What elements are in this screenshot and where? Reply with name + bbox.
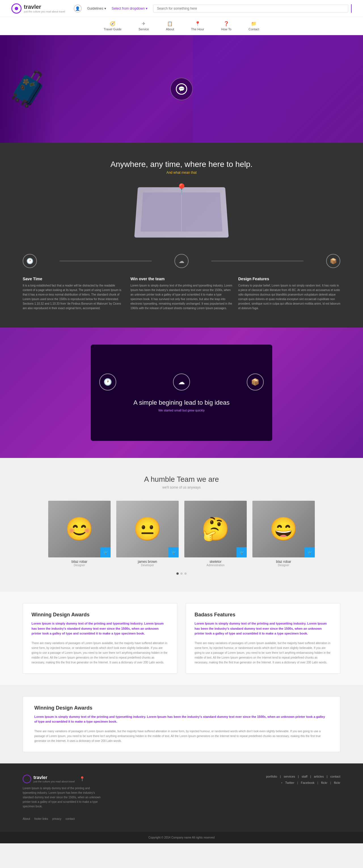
team-role-3: Administration xyxy=(184,564,247,567)
team-card-1: 😊 🐦 bilaz robar Designer xyxy=(48,501,111,567)
copyright: Copyright © 2014 Company name All rights… xyxy=(0,832,363,843)
map-content xyxy=(141,192,223,231)
facebook-link[interactable]: Facebook xyxy=(301,781,314,784)
footer-bottom-links: About footer links privacy contact xyxy=(23,817,340,820)
purple-cloud-icon: ☁ xyxy=(173,373,190,391)
feature-text-1: It is a long established fact that a rea… xyxy=(23,283,125,311)
footer-link-contact[interactable]: contact xyxy=(330,775,340,778)
twitter-btn-3[interactable]: 🐦 xyxy=(236,547,247,557)
footer-logo-sub: just the culture you read about travel xyxy=(33,780,75,783)
tagline-section: Anywhere, any time, where here to help. … xyxy=(0,143,363,328)
feature-icons-row: 🕐 ☁ 📦 xyxy=(23,254,340,268)
flickr-link-1[interactable]: flickr xyxy=(321,781,328,784)
about-icon: 📋 xyxy=(167,21,173,26)
team-heading: A humble Team we are xyxy=(23,475,340,484)
card-lead-1: Lorem Ipsum is simply dummy text of the … xyxy=(31,621,168,636)
footer-right: portfolio | services | staff | articles … xyxy=(266,775,340,784)
twitter-link[interactable]: Twitter xyxy=(285,781,294,784)
tagline-subtitle: And what mean that xyxy=(23,170,340,175)
footer-link-articles[interactable]: articles xyxy=(314,775,324,778)
logo-icon xyxy=(11,3,22,13)
team-card-4: 😄 🐦 blaz robar Designer xyxy=(252,501,315,567)
select-dropdown[interactable]: Select from dropdown ▾ xyxy=(112,6,148,10)
footer-nav-links: portfolio | services | staff | articles … xyxy=(266,775,340,778)
user-icon[interactable]: 👤 xyxy=(74,4,82,12)
feature-title-3: Design Features xyxy=(238,277,340,281)
card-title-1: Winning Design Awards xyxy=(31,612,168,618)
footer: travler just the culture you read about … xyxy=(0,764,363,832)
twitter-btn-2[interactable]: 🐦 xyxy=(168,547,179,557)
win-team-icon-circle: ☁ xyxy=(174,254,189,268)
footer-link-services[interactable]: services xyxy=(284,775,295,778)
footer-about[interactable]: About xyxy=(23,817,30,820)
cards-section: Winning Design Awards Lorem Ipsum is sim… xyxy=(0,592,363,685)
card-title-2: Badass Features xyxy=(195,612,332,618)
hero-circle: 💬 xyxy=(170,78,193,100)
purple-clock-icon: 🕐 xyxy=(99,373,116,391)
footer-description: Lorem Ipsum is simply dummy text of the … xyxy=(23,786,102,809)
how-to-icon: ❓ xyxy=(223,21,229,26)
card-body-2: There are many variations of passages of… xyxy=(195,641,332,665)
design-icon-circle: 📦 xyxy=(326,254,340,268)
team-photo-4: 😄 🐦 xyxy=(252,501,315,557)
footer-contact[interactable]: contact xyxy=(65,817,75,820)
wide-card: Winning Design Awards Lorem Ipsum is sim… xyxy=(23,696,340,752)
team-role-4: Designer xyxy=(252,564,315,567)
team-photo-2: 😐 🐦 xyxy=(116,501,179,557)
hero-left-figure: 🧳 xyxy=(0,35,57,143)
footer-links[interactable]: footer links xyxy=(34,817,48,820)
feature-title-1: Save Time xyxy=(23,277,125,281)
feature-text-2: Lorem Ipsum is simply dummy text of the … xyxy=(131,283,232,311)
card-winning: Winning Design Awards Lorem Ipsum is sim… xyxy=(23,603,177,674)
footer-link-portfolio[interactable]: portfolio xyxy=(266,775,277,778)
nav-travel-guide[interactable]: 🧭 Travel Guide xyxy=(95,19,130,33)
search-input[interactable] xyxy=(153,4,348,12)
traveler-silhouette: 🧳 xyxy=(7,69,50,109)
feature-title-2: Win over the team xyxy=(131,277,232,281)
purple-box-icon: 📦 xyxy=(247,373,264,391)
feature-design: Design Features Contrary to popular beli… xyxy=(238,277,340,311)
team-photo-3: 🤔 🐦 xyxy=(184,501,247,557)
header: travler just the culture you read about … xyxy=(0,0,363,17)
carousel-dots xyxy=(23,572,340,575)
nav-service[interactable]: ✈ Service xyxy=(130,19,158,33)
purple-icons-row: 🕐 ☁ 📦 xyxy=(99,373,264,391)
logo-sub: just the culture you read about travel xyxy=(24,10,65,13)
twitter-btn-4[interactable]: 🐦 xyxy=(305,547,315,557)
team-grid: 😊 🐦 bilaz robar Designer 😐 🐦 james brown… xyxy=(23,501,340,567)
team-name-4: blaz robar xyxy=(252,560,315,564)
dot-2[interactable] xyxy=(180,572,183,575)
logo[interactable]: travler just the culture you read about … xyxy=(11,3,65,13)
footer-link-staff[interactable]: staff xyxy=(302,775,307,778)
nav-the-hour[interactable]: 📍 The Hour xyxy=(183,19,213,33)
nav-contact[interactable]: 📁 Contact xyxy=(240,19,268,33)
wide-card-title: Winning Design Awards xyxy=(34,705,329,711)
feature-save-time: Save Time It is a long established fact … xyxy=(23,277,125,311)
dot-3[interactable] xyxy=(184,572,187,575)
nav-how-to[interactable]: ❓ How To xyxy=(213,19,240,33)
flickr-link-2[interactable]: flickr xyxy=(334,781,340,784)
guidelines-dropdown[interactable]: Guidelines ▾ xyxy=(87,6,106,10)
line-2 xyxy=(211,261,303,261)
twitter-btn-1[interactable]: 🐦 xyxy=(101,547,111,557)
contact-icon: 📁 xyxy=(251,21,257,26)
card-body-1: There are many variations of passages of… xyxy=(31,641,168,665)
nav-about[interactable]: 📋 About xyxy=(158,19,183,33)
feature-win-team: Win over the team Lorem Ipsum is simply … xyxy=(131,277,232,311)
footer-social: • Twitter | Facebook | flickr | flickr xyxy=(281,781,340,784)
map-graphic: 📍 xyxy=(136,186,227,243)
header-divider xyxy=(351,4,352,13)
team-name-1: bilaz robar xyxy=(48,560,111,564)
hero-center: 💬 xyxy=(170,78,193,100)
the-hour-icon: 📍 xyxy=(195,21,200,26)
card-lead-2: Lorem Ipsum is simply dummy text of the … xyxy=(195,621,332,636)
footer-pin: 📍 xyxy=(79,776,85,781)
footer-privacy[interactable]: privacy xyxy=(53,817,61,820)
team-section: A humble Team we are we'll some of us an… xyxy=(0,458,363,592)
team-card-2: 😐 🐦 james brown Developer xyxy=(116,501,179,567)
wide-card-body: There are many variations of passages of… xyxy=(34,729,329,743)
footer-logo: travler just the culture you read about … xyxy=(23,775,102,783)
dot-1[interactable] xyxy=(176,572,179,575)
team-subtitle: we'll some of us anyways xyxy=(23,486,340,489)
travel-guide-icon: 🧭 xyxy=(110,21,115,26)
